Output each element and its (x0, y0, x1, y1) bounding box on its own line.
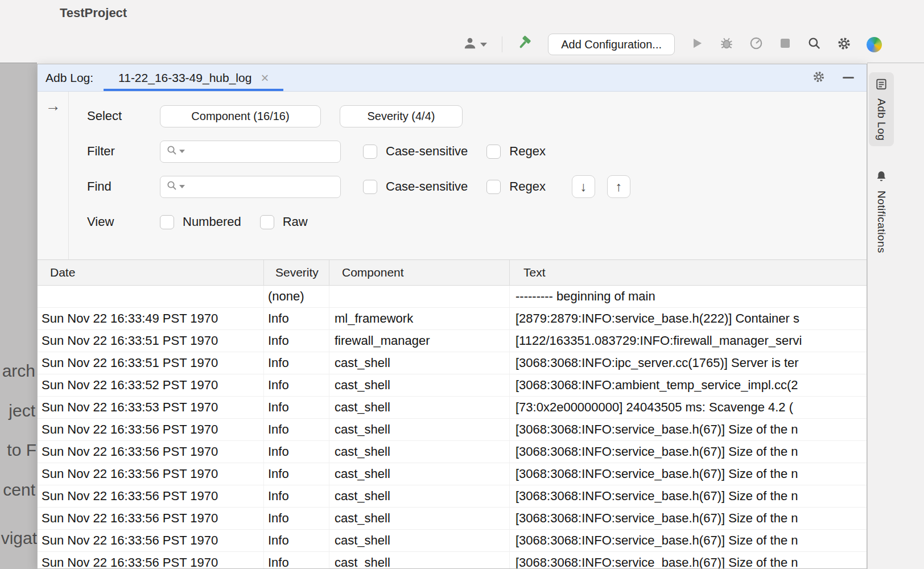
column-header-severity[interactable]: Severity (264, 260, 329, 285)
screen: TestProject Add Configuration... (0, 0, 924, 569)
user-profile-button[interactable] (463, 36, 487, 53)
search-icon (807, 36, 822, 53)
cell-text: [3068:3068:INFO:ipc_server.cc(1765)] Ser… (510, 352, 867, 374)
cell-text: [73:0x2e00000000] 24043505 ms: Scavenge … (510, 397, 867, 418)
filter-case-sensitive-checkbox[interactable]: Case-sensitive (363, 144, 468, 159)
find-label: Find (87, 179, 160, 194)
log-table-row[interactable]: Sun Nov 22 16:33:51 PST 1970 Info firewa… (38, 330, 867, 352)
cell-date (38, 286, 264, 307)
cell-text: [2879:2879:INFO:service_base.h(222)] Con… (510, 308, 867, 329)
column-header-date[interactable]: Date (38, 260, 264, 285)
log-table-row[interactable]: Sun Nov 22 16:33:49 PST 1970 Info ml_fra… (38, 308, 867, 330)
stripe-tab-adb-log[interactable]: Adb Log (869, 72, 894, 146)
search-icon (166, 180, 178, 193)
chevron-down-icon (480, 43, 487, 47)
filter-row: Filter Case-sensitive (87, 134, 867, 169)
run-button[interactable] (690, 36, 704, 53)
find-row: Find Case-sensitive (87, 169, 867, 204)
add-configuration-button[interactable]: Add Configuration... (548, 34, 675, 55)
cell-severity: Info (264, 374, 329, 396)
log-table-row[interactable]: Sun Nov 22 16:33:51 PST 1970 Info cast_s… (38, 352, 867, 374)
cell-component: cast_shell (329, 530, 510, 551)
cell-severity: Info (264, 530, 329, 551)
find-search-box[interactable] (160, 176, 341, 198)
search-everywhere-button[interactable] (807, 36, 822, 53)
find-regex-checkbox[interactable]: Regex (486, 179, 546, 194)
log-table-row[interactable]: (none) --------- beginning of main (38, 286, 867, 308)
search-history-chevron-icon[interactable] (179, 185, 185, 188)
stop-button[interactable] (778, 36, 792, 52)
profile-button[interactable] (749, 36, 764, 53)
filter-area: → Select Component (16/16) Severity (4/4… (38, 92, 867, 260)
debug-button[interactable] (719, 36, 734, 53)
column-header-text[interactable]: Text (510, 260, 867, 285)
panel-actions (812, 70, 854, 86)
cell-severity: Info (264, 397, 329, 418)
log-table-row[interactable]: Sun Nov 22 16:33:53 PST 1970 Info cast_s… (38, 397, 867, 419)
assistant-button[interactable] (867, 37, 882, 52)
tab-close-icon[interactable]: × (261, 71, 269, 85)
cell-component: firewall_manager (329, 330, 510, 352)
cell-component (329, 286, 510, 307)
raw-checkbox[interactable]: Raw (260, 215, 308, 229)
stripe-tab-label: Notifications (875, 191, 888, 253)
view-label: View (87, 215, 160, 229)
log-table-row[interactable]: Sun Nov 22 16:33:52 PST 1970 Info cast_s… (38, 374, 867, 397)
cell-severity: Info (264, 441, 329, 463)
log-table-row[interactable]: Sun Nov 22 16:33:56 PST 1970 Info cast_s… (38, 463, 867, 485)
background-text-fragment: to F (7, 440, 36, 460)
gradient-sphere-icon (867, 37, 882, 52)
log-table-row[interactable]: Sun Nov 22 16:33:56 PST 1970 Info cast_s… (38, 485, 867, 508)
cell-date: Sun Nov 22 16:33:56 PST 1970 (38, 508, 264, 529)
search-icon (166, 145, 178, 158)
column-header-component[interactable]: Component (329, 260, 510, 285)
user-icon (463, 36, 477, 53)
adb-log-panel: Adb Log: 11-22_16-33-49_hub_log × → (37, 64, 867, 569)
log-table-header: Date Severity Component Text (38, 260, 867, 286)
cell-severity: Info (264, 485, 329, 507)
window-title: TestProject (60, 6, 127, 20)
cell-date: Sun Nov 22 16:33:56 PST 1970 (38, 463, 264, 485)
severity-filter-button[interactable]: Severity (4/4) (340, 105, 463, 127)
cell-component: cast_shell (329, 419, 510, 440)
panel-settings-icon[interactable] (812, 70, 826, 86)
cell-component: cast_shell (329, 463, 510, 485)
filter-regex-checkbox[interactable]: Regex (486, 144, 546, 159)
cell-text: [3068:3068:INFO:service_base.h(67)] Size… (510, 485, 867, 507)
hide-panel-icon[interactable] (843, 77, 854, 79)
cell-text: [3068:3068:INFO:service_base.h(67)] Size… (510, 552, 867, 568)
log-table-row[interactable]: Sun Nov 22 16:33:56 PST 1970 Info cast_s… (38, 552, 867, 568)
find-text-input[interactable] (187, 180, 335, 193)
adb-log-header: Adb Log: 11-22_16-33-49_hub_log × (38, 64, 867, 92)
log-table-row[interactable]: Sun Nov 22 16:33:56 PST 1970 Info cast_s… (38, 530, 867, 552)
cell-text: [3068:3068:INFO:ambient_temp_service_imp… (510, 374, 867, 396)
titlebar: TestProject Add Configuration... (0, 0, 924, 63)
background-text-fragment: arch (2, 361, 35, 381)
build-button[interactable] (517, 35, 533, 53)
settings-button[interactable] (836, 36, 852, 53)
filter-text-input[interactable] (187, 145, 335, 158)
component-filter-button[interactable]: Component (16/16) (160, 105, 321, 127)
cell-component: cast_shell (329, 352, 510, 374)
find-next-button[interactable]: ↓ (572, 175, 595, 198)
collapse-arrow-icon[interactable]: → (46, 97, 61, 115)
filter-controls: Select Component (16/16) Severity (4/4) … (69, 92, 867, 259)
cell-date: Sun Nov 22 16:33:56 PST 1970 (38, 419, 264, 440)
view-row: View Numbered Raw (87, 204, 867, 240)
find-previous-button[interactable]: ↑ (607, 175, 630, 198)
build-hammer-icon (517, 35, 533, 53)
log-table-row[interactable]: Sun Nov 22 16:33:56 PST 1970 Info cast_s… (38, 419, 867, 441)
cell-date: Sun Nov 22 16:33:56 PST 1970 (38, 485, 264, 507)
cell-severity: Info (264, 308, 329, 329)
log-table-row[interactable]: Sun Nov 22 16:33:56 PST 1970 Info cast_s… (38, 508, 867, 530)
cell-date: Sun Nov 22 16:33:49 PST 1970 (38, 308, 264, 329)
find-case-sensitive-checkbox[interactable]: Case-sensitive (363, 179, 468, 194)
stripe-tab-notifications[interactable]: Notifications (869, 164, 894, 259)
log-table-row[interactable]: Sun Nov 22 16:33:56 PST 1970 Info cast_s… (38, 441, 867, 463)
cell-date: Sun Nov 22 16:33:56 PST 1970 (38, 441, 264, 463)
search-history-chevron-icon[interactable] (179, 150, 185, 153)
cell-date: Sun Nov 22 16:33:51 PST 1970 (38, 330, 264, 352)
log-file-tab[interactable]: 11-22_16-33-49_hub_log × (104, 64, 283, 91)
filter-search-box[interactable] (160, 141, 341, 163)
numbered-checkbox[interactable]: Numbered (160, 215, 241, 229)
